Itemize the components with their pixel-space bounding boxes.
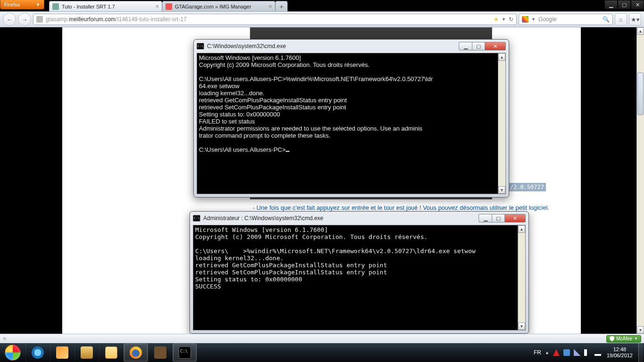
back-button[interactable]: ←	[3, 13, 16, 26]
scroll-track[interactable]	[637, 35, 644, 326]
system-tray: FR ▲ 12:48 19/06/2012	[534, 343, 644, 362]
windows-orb-icon	[5, 345, 21, 361]
scroll-down-icon[interactable]: ▼	[498, 186, 505, 194]
cmd-scrollbar[interactable]: ▲ ▼	[518, 225, 525, 330]
addon-bar-close-icon[interactable]: ×	[3, 335, 7, 342]
scroll-down-icon[interactable]: ▼	[518, 322, 525, 330]
tab-close-icon[interactable]: ×	[156, 3, 159, 10]
new-tab-button[interactable]: +	[275, 1, 288, 11]
reload-icon[interactable]: ↻	[509, 16, 513, 23]
page-scrollbar[interactable]: ▲ ▼	[636, 27, 644, 334]
start-button[interactable]	[0, 343, 25, 362]
taskbar-item-cmd[interactable]	[173, 344, 197, 362]
shield-icon	[610, 336, 614, 342]
chevron-down-icon: ▼	[36, 2, 40, 7]
search-bar[interactable]: ▼ Google 🔍	[519, 14, 613, 25]
media-player-icon	[56, 346, 68, 359]
show-hidden-icons-icon[interactable]: ▲	[545, 350, 549, 355]
tab-close-icon[interactable]: ×	[269, 3, 272, 10]
cmd-titlebar[interactable]: Administrateur : C:\Windows\system32\cmd…	[190, 212, 528, 225]
volume-icon[interactable]	[584, 349, 591, 356]
home-button[interactable]: ⌂	[615, 13, 627, 25]
safely-remove-icon[interactable]	[574, 349, 580, 356]
taskbar-item-ie[interactable]	[25, 344, 50, 362]
cmd-icon	[197, 43, 204, 49]
minimize-button[interactable]: ▁	[479, 214, 492, 222]
chevron-down-icon: ▼	[634, 337, 638, 341]
mcafee-badge[interactable]: McAfee ▼	[606, 335, 641, 343]
scroll-up-icon[interactable]: ▲	[498, 53, 505, 61]
minimize-button[interactable]: ▁	[604, 0, 618, 9]
article-instruction-text: - Une fois que c'est fait appuyez sur en…	[253, 204, 549, 211]
avira-tray-icon[interactable]	[553, 349, 560, 356]
scroll-up-icon[interactable]: ▲	[637, 27, 644, 35]
favicon-icon	[165, 3, 172, 10]
maximize-button[interactable]: ▢	[472, 42, 485, 50]
paint-icon	[81, 346, 93, 359]
app-icon	[154, 346, 166, 359]
selected-text-hint: /2.0.50727	[508, 183, 546, 191]
search-icon[interactable]: 🔍	[603, 16, 610, 23]
tray-time: 12:48	[607, 346, 633, 353]
close-button[interactable]: ✕	[631, 0, 644, 9]
favicon-icon	[52, 3, 59, 10]
navigation-toolbar: ← → gtasamp.meilleurforum.com/t146149-tu…	[0, 11, 644, 27]
bookmark-star-icon[interactable]: ★	[494, 16, 499, 23]
window-controls: ▁ ▢ ✕	[604, 0, 644, 9]
cmd-output-text: Microsoft Windows [version 6.1.7600] Cop…	[193, 225, 525, 291]
taskbar-item-firefox[interactable]	[124, 344, 148, 362]
tab-active[interactable]: Tuto - Installer SRT 1.7 ×	[49, 1, 162, 11]
tab-title: GTAGarage.com » IMG Manager	[175, 4, 251, 9]
taskbar-item-explorer[interactable]	[99, 344, 124, 362]
tab-inactive[interactable]: GTAGarage.com » IMG Manager ×	[162, 1, 275, 11]
cmd-window-controls: ▁ ▢ ✕	[459, 42, 506, 50]
firefox-menu-button[interactable]: Firefox ▼	[0, 0, 44, 9]
chevron-down-icon[interactable]: ▼	[531, 17, 536, 22]
url-bar[interactable]: gtasamp.meilleurforum.com/t146149-tuto-i…	[33, 14, 517, 25]
cmd-icon	[179, 346, 191, 359]
close-button[interactable]: ✕	[505, 214, 526, 222]
tray-clock[interactable]: 12:48 19/06/2012	[605, 346, 635, 359]
bookmarks-menu-button[interactable]: ★▾	[629, 13, 641, 25]
scroll-track[interactable]	[498, 61, 505, 186]
url-text: gtasamp.meilleurforum.com/t146149-tuto-i…	[46, 16, 187, 23]
close-button[interactable]: ✕	[485, 42, 506, 50]
tray-date: 19/06/2012	[607, 353, 633, 359]
addon-bar: × McAfee ▼	[0, 334, 644, 343]
mcafee-label: McAfee	[616, 336, 632, 341]
cmd-title-text: Administrateur : C:\Windows\system32\cmd…	[203, 215, 476, 222]
cmd-window-user: C:\Windows\system32\cmd.exe ▁ ▢ ✕ Micros…	[193, 39, 509, 197]
cmd-output-text: Microsoft Windows [version 6.1.7600] Cop…	[197, 53, 505, 154]
maximize-button[interactable]: ▢	[492, 214, 505, 222]
cmd-icon	[193, 215, 200, 222]
search-placeholder: Google	[538, 16, 557, 23]
cmd-window-controls: ▁ ▢ ✕	[479, 214, 526, 222]
taskbar-item-app[interactable]	[148, 344, 173, 362]
show-desktop-button[interactable]	[638, 343, 643, 362]
cmd-title-text: C:\Windows\system32\cmd.exe	[207, 43, 456, 49]
file-explorer-icon	[105, 346, 117, 359]
scroll-down-icon[interactable]: ▼	[637, 326, 644, 334]
internet-explorer-icon	[32, 346, 44, 359]
cmd-titlebar[interactable]: C:\Windows\system32\cmd.exe ▁ ▢ ✕	[194, 40, 509, 53]
firefox-menu-label: Firefox	[4, 2, 20, 8]
forward-button[interactable]: →	[18, 13, 31, 26]
site-identity-icon[interactable]	[36, 16, 43, 23]
cmd-client-area[interactable]: Microsoft Windows [version 6.1.7600] Cop…	[193, 225, 526, 330]
input-language-indicator[interactable]: FR	[534, 349, 541, 356]
taskbar-item-paint[interactable]	[74, 344, 99, 362]
scroll-thumb[interactable]	[637, 73, 644, 115]
firefox-icon	[130, 346, 142, 359]
cmd-client-area[interactable]: Microsoft Windows [version 6.1.7600] Cop…	[197, 53, 506, 194]
maximize-button[interactable]: ▢	[618, 0, 631, 9]
scroll-track[interactable]	[518, 233, 525, 322]
action-center-icon[interactable]	[563, 349, 570, 356]
network-icon[interactable]	[594, 349, 601, 356]
minimize-button[interactable]: ▁	[459, 42, 472, 50]
scroll-up-icon[interactable]: ▲	[518, 225, 525, 233]
taskbar-item-wmp[interactable]	[50, 344, 74, 362]
cmd-scrollbar[interactable]: ▲ ▼	[498, 53, 505, 194]
text-cursor	[286, 151, 289, 152]
tab-strip: Tuto - Installer SRT 1.7 × GTAGarage.com…	[49, 0, 288, 11]
url-dropdown-icon[interactable]: ▼	[502, 17, 506, 22]
